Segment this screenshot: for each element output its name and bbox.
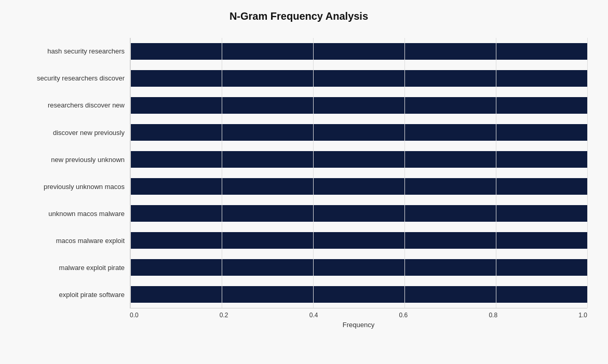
bar-3 [130, 124, 587, 141]
chart-area: hash security researcherssecurity resear… [10, 38, 587, 308]
y-label-7: macos malware exploit [10, 236, 125, 246]
x-axis-label: Frequency [130, 321, 587, 329]
y-label-1: security researchers discover [10, 73, 125, 84]
y-axis-labels: hash security researcherssecurity resear… [10, 38, 130, 308]
bar-8 [130, 259, 587, 276]
bar-1 [130, 70, 587, 87]
y-label-2: researchers discover new [10, 100, 125, 111]
bar-row-2 [130, 96, 587, 115]
chart-title: N-Gram Frequency Analysis [10, 10, 587, 22]
grid-line-100 [587, 38, 588, 308]
x-tick-3: 0.6 [399, 312, 408, 319]
bar-row-8 [130, 258, 587, 277]
bar-row-4 [130, 150, 587, 169]
x-tick-5: 1.0 [578, 312, 587, 319]
bar-4 [130, 151, 587, 168]
chart-container: N-Gram Frequency Analysis hash security … [0, 0, 608, 364]
bar-row-6 [130, 204, 587, 223]
bar-2 [130, 97, 587, 114]
y-label-4: new previously unknown [10, 155, 125, 165]
bar-row-5 [130, 177, 587, 196]
bar-0 [130, 43, 587, 60]
bar-6 [130, 205, 587, 222]
bar-9 [130, 286, 587, 303]
y-label-0: hash security researchers [10, 46, 125, 57]
x-tick-0: 0.0 [130, 312, 139, 319]
x-tick-2: 0.4 [309, 312, 318, 319]
y-label-5: previously unknown macos [10, 182, 125, 192]
x-tick-1: 0.2 [220, 312, 228, 319]
bar-row-0 [130, 42, 587, 61]
bar-row-1 [130, 69, 587, 88]
x-axis: 0.00.20.40.60.81.0 [130, 308, 587, 319]
bar-row-9 [130, 285, 587, 304]
bar-row-3 [130, 123, 587, 142]
y-label-9: exploit pirate software [10, 290, 125, 300]
y-label-6: unknown macos malware [10, 209, 125, 219]
y-label-8: malware exploit pirate [10, 263, 125, 273]
bars-section [130, 38, 587, 308]
x-tick-4: 0.8 [489, 312, 497, 319]
bar-5 [130, 178, 587, 195]
bar-row-7 [130, 231, 587, 250]
y-label-3: discover new previously [10, 128, 125, 138]
bar-7 [130, 232, 587, 249]
